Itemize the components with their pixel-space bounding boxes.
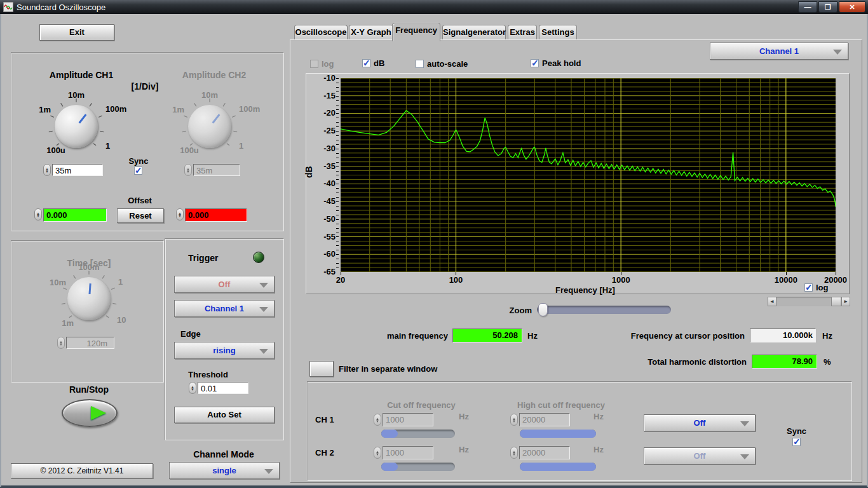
graph-scrollbar[interactable]: ◄ ► [768,297,850,306]
scrollbar-thumb[interactable] [831,297,841,306]
ch2-highcut-stepper: ▲▼ [510,447,518,459]
cutoff-label: Cut off frequency [380,400,463,410]
trigger-source-dropdown[interactable]: Channel 1 [174,300,275,317]
ch1-cutoff-stepper[interactable]: ▲▼ [374,414,381,426]
tab-signalgenerator[interactable]: Signalgenerator [442,25,506,39]
ch2-highcut-slider-fill [520,463,596,471]
x-axis-title: Frequency [Hz] [547,285,623,295]
scroll-left-icon[interactable]: ◄ [768,297,776,306]
ch1-cutoff-slider-fill [381,430,398,438]
filter-sync-label: Sync [787,426,815,436]
offset-label: Offset [121,196,159,205]
amplitude-ch1-label: Amplitude CH1 [31,70,132,80]
x-tick-mark [836,272,836,275]
window-border-left [0,14,1,487]
scroll-right-icon[interactable]: ► [841,297,850,306]
ch2-cutoff-value: 1000 [383,446,433,459]
ch1-highcut-stepper[interactable]: ▲▼ [510,414,518,426]
edge-label: Edge [180,329,219,339]
y-tick-label: -25 [313,126,336,135]
y-tick-label: -10 [313,73,336,83]
amp1-tick-1m: 1m [25,105,51,114]
main-frequency-value: 50.208 [452,329,522,342]
y-tick-label: -45 [313,196,336,206]
spectrum-channel-dropdown[interactable]: Channel 1 [710,43,848,60]
trigger-source-value: Channel 1 [205,304,244,313]
spectrum-channel-value: Channel 1 [759,46,799,56]
amplitude-ch2-knob-needle [212,114,220,123]
trigger-mode-value: Off [219,280,231,289]
copyright-bar: © 2012 C. Zeitnitz V1.41 [11,463,153,478]
amplitude-ch2-label: Amplitude CH2 [163,70,265,80]
time-stepper: ▲▼ [57,337,65,349]
zoom-slider-track[interactable] [537,306,671,314]
filter-sync-checkbox[interactable] [792,438,801,446]
ch1-label: CH 1 [315,415,341,424]
amp-sync-label: Sync [125,156,153,166]
auto-scale-checkbox[interactable] [416,60,424,68]
amplitude-unit-label: [1/Div] [125,81,165,92]
offset-reset-button[interactable]: Reset [117,208,164,223]
zoom-slider-thumb[interactable] [538,303,548,316]
tab-settings[interactable]: Settings [539,25,577,39]
minimize-icon[interactable]: — [798,1,817,13]
chevron-down-icon [259,307,268,312]
thd-unit: % [824,357,831,367]
amplitude-ch1-value[interactable]: 35m [52,164,103,176]
tab-frequency[interactable]: Frequency [392,23,440,41]
run-stop-button[interactable] [62,399,118,427]
offset-ch2-value[interactable]: 0.000 [185,208,247,222]
amp-sync-checkbox[interactable] [134,166,142,175]
ch1-highcut-slider-fill [520,430,596,438]
main-frequency-unit: Hz [527,331,538,341]
log-x-checkbox[interactable] [804,283,813,292]
cursor-frequency-unit: Hz [822,331,832,341]
auto-set-button[interactable]: Auto Set [174,407,275,423]
spectrum-plot[interactable] [341,78,836,272]
db-checkbox[interactable] [362,59,370,67]
trigger-title: Trigger [188,253,233,263]
chevron-down-icon [264,469,273,474]
time-tick-10m: 10m [39,278,66,287]
ch1-cutoff-value[interactable]: 1000 [383,413,433,426]
amp2-tick-1: 1 [239,141,252,151]
y-tick-label: -50 [313,214,336,224]
ch2-cutoff-slider [381,463,455,471]
ch2-cutoff-slider-fill [381,463,398,471]
peak-hold-checkbox[interactable] [531,59,539,67]
y-tick-label: -15 [313,91,336,100]
ch1-cutoff-slider[interactable] [381,430,455,438]
x-tick-mark [621,272,621,275]
time-tick-100m: 100m [72,262,105,272]
tab-oscilloscope[interactable]: Oscilloscope [294,25,348,39]
tab-extras[interactable]: Extras [508,25,537,39]
edge-dropdown[interactable]: rising [174,342,275,359]
ch1-highcut-slider[interactable] [520,430,596,438]
zoom-label: Zoom [505,306,532,315]
tab-xy-graph[interactable]: X-Y Graph [349,25,393,39]
amplitude-ch1-stepper[interactable]: ▲▼ [43,164,51,176]
ch1-filter-mode-dropdown[interactable]: Off [644,414,756,431]
cursor-frequency-label: Frequency at cursor position [597,331,745,341]
log-x-label: log [816,283,829,292]
channel-mode-dropdown[interactable]: single [169,462,280,479]
y-tick-label: -35 [313,161,336,171]
amplitude-ch1-knob[interactable] [55,105,98,148]
threshold-stepper[interactable]: ▲▼ [189,382,196,394]
ch1-highcut-value[interactable]: 20000 [519,413,570,426]
close-icon[interactable]: ✕ [839,1,865,13]
ch2-cutoff-unit: Hz [459,445,469,454]
amp2-tick-100m: 100m [239,104,271,114]
maximize-icon[interactable]: ❐ [818,1,837,13]
db-label: dB [374,58,384,68]
offset-ch1-value[interactable]: 0.000 [43,208,107,222]
filter-window-button[interactable] [309,361,334,377]
amplitude-ch2-knob [188,105,231,148]
thd-label: Total harmonic distortion [620,357,747,367]
exit-button[interactable]: Exit [39,24,114,41]
threshold-value[interactable]: 0.01 [198,382,248,394]
offset-ch2-stepper[interactable]: ▲▼ [176,208,184,220]
thd-value: 78.90 [752,355,817,369]
offset-ch1-stepper[interactable]: ▲▼ [34,208,42,220]
amp1-tick-1: 1 [105,141,118,151]
